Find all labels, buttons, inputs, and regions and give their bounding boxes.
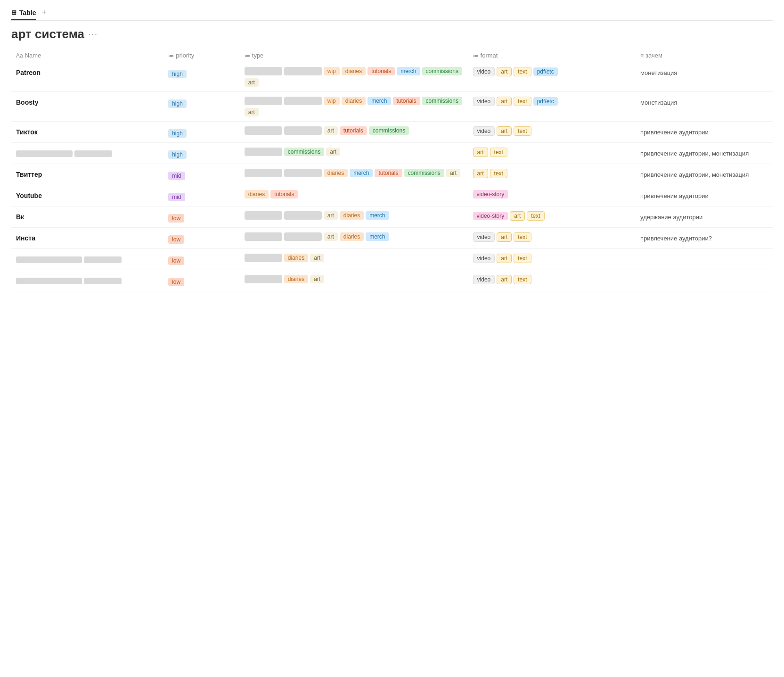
blurred-name (16, 150, 73, 157)
type-tag: art (245, 78, 259, 87)
type-tag (284, 67, 322, 75)
page-title: арт система ··· (11, 27, 773, 41)
format-tag: art (473, 169, 488, 178)
type-tag (245, 275, 282, 283)
name-cell: Твиттер (11, 164, 163, 185)
priority-cell: mid (163, 185, 240, 206)
format-tag: art (497, 126, 512, 136)
type-tag (284, 169, 322, 177)
format-tag: video (473, 275, 495, 284)
reason-cell: монетизация (636, 62, 773, 92)
format-tag: text (514, 232, 531, 242)
blurred-name-2 (74, 150, 112, 157)
name-cell: Patreon (11, 62, 163, 92)
priority-tag: low (168, 214, 184, 223)
format-cell: videoarttext (468, 122, 636, 143)
reason-cell: привлечение аудитории? (636, 228, 773, 249)
reason-cell: монетизация (636, 92, 773, 122)
col-header-reason: ≡зачем (636, 49, 773, 62)
type-tag (284, 97, 322, 105)
type-cell: diariestutorials (240, 185, 468, 206)
type-tag: diaries (342, 97, 366, 105)
reason-cell: удержание аудитории (636, 206, 773, 228)
reason-cell: привлечение аудитории (636, 122, 773, 143)
type-tag (245, 126, 282, 135)
priority-tag: mid (168, 172, 185, 180)
type-tag: art (446, 169, 460, 177)
type-tag (245, 254, 282, 262)
type-tag: merch (368, 97, 391, 105)
priority-tag: mid (168, 193, 185, 201)
reason-cell: привлечение аудитории (636, 185, 773, 206)
format-tag: text (490, 169, 507, 178)
format-tag: text (527, 211, 544, 221)
page-title-menu[interactable]: ··· (88, 29, 98, 39)
type-tag: art (324, 126, 338, 135)
format-tag: art (497, 232, 512, 242)
type-tag: merch (397, 67, 420, 75)
type-tag: tutorials (375, 169, 402, 177)
format-tag: text (514, 275, 531, 284)
type-tag (245, 232, 282, 241)
priority-cell: high (163, 92, 240, 122)
format-tag: video (473, 232, 495, 242)
format-tag: art (473, 148, 488, 157)
priority-cell: mid (163, 164, 240, 185)
type-tag: diaries (340, 232, 364, 241)
name-cell: Вк (11, 206, 163, 228)
col-header-name: AaName (11, 49, 163, 62)
name-cell: Тикток (11, 122, 163, 143)
priority-cell: high (163, 62, 240, 92)
type-tag (245, 148, 282, 156)
format-tag: text (514, 97, 531, 106)
tab-table[interactable]: ⊞ Table (11, 9, 36, 20)
reason-cell (636, 249, 773, 270)
page-title-text: арт система (11, 27, 84, 41)
reason-cell: привлечение аудитории, монетизация (636, 143, 773, 164)
type-tag: art (245, 108, 259, 116)
type-tag: diaries (340, 211, 364, 220)
col-icon-name: Aa (16, 52, 23, 59)
app-container: ⊞ Table + арт система ··· AaName ≔priori… (0, 0, 784, 299)
type-cell: diariesart (240, 270, 468, 291)
table-body: Patreonhigh wipdiariestutorialsmerchcomm… (11, 62, 773, 291)
format-tag: text (514, 254, 531, 263)
blurred-name (16, 256, 82, 263)
priority-tag: high (168, 70, 187, 78)
format-tag: art (497, 254, 512, 263)
priority-tag: low (168, 235, 184, 244)
type-cell: wipdiariesmerchtutorialscommissionsart (240, 92, 468, 122)
format-tag: text (490, 148, 507, 157)
type-tag: wip (324, 67, 340, 75)
type-tag: merch (366, 211, 389, 220)
format-tag: art (510, 211, 525, 221)
format-tag: art (497, 67, 512, 76)
type-tag: commissions (422, 97, 462, 105)
name-cell: Youtube (11, 185, 163, 206)
format-tag: pdf/etc (533, 67, 558, 76)
type-tag: art (324, 211, 338, 220)
name-cell (11, 143, 163, 164)
type-tag: diaries (284, 275, 308, 283)
priority-cell: high (163, 122, 240, 143)
type-tag (284, 232, 322, 241)
table-row: low diariesartvideoarttext (11, 270, 773, 291)
type-tag: diaries (245, 190, 269, 198)
type-tag: art (326, 148, 340, 156)
format-tag: video (473, 67, 495, 76)
blurred-name (16, 278, 82, 284)
type-cell: wipdiariestutorialsmerchcommissionsart (240, 62, 468, 92)
tab-label: Table (19, 9, 36, 17)
col-header-priority: ≔priority (163, 49, 240, 62)
type-tag (284, 211, 322, 220)
table-row: Инстаlow artdiariesmerchvideoarttextприв… (11, 228, 773, 249)
blurred-name-2 (84, 256, 122, 263)
add-tab-button[interactable]: + (40, 8, 49, 17)
priority-tag: high (168, 99, 187, 108)
type-tag: commissions (284, 148, 324, 156)
type-tag: commissions (369, 126, 409, 135)
type-tag (245, 169, 282, 177)
table-row: Patreonhigh wipdiariestutorialsmerchcomm… (11, 62, 773, 92)
type-tag (245, 211, 282, 220)
col-icon-reason: ≡ (640, 52, 644, 59)
